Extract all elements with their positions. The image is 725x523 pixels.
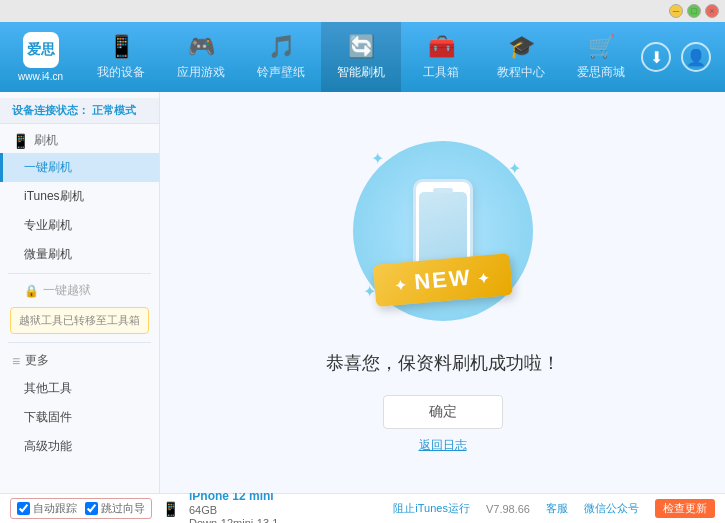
nav-tutorial-icon: 🎓 — [508, 34, 535, 60]
other-tools-label: 其他工具 — [24, 381, 72, 395]
maximize-button[interactable]: □ — [687, 4, 701, 18]
nav-toolbox-icon: 🧰 — [428, 34, 455, 60]
download-firmware-label: 下载固件 — [24, 410, 72, 424]
more-section-header: ≡ 更多 — [0, 347, 159, 374]
nav-smart-flash-label: 智能刷机 — [337, 64, 385, 81]
auto-track-input[interactable] — [17, 502, 30, 515]
version-label: V7.98.66 — [486, 503, 530, 515]
nav-my-device-icon: 📱 — [108, 34, 135, 60]
device-status: 设备连接状态： 正常模式 — [0, 98, 159, 124]
nav-ringtones-label: 铃声壁纸 — [257, 64, 305, 81]
device-storage: 64GB — [189, 504, 278, 516]
device-firmware: Down-12mini-13,1 — [189, 517, 278, 524]
footer: 自动跟踪 跳过向导 📱 iPhone 12 mini 64GB Down-12m… — [0, 493, 725, 523]
close-button[interactable]: × — [705, 4, 719, 18]
sidebar-pro-flash[interactable]: 专业刷机 — [0, 211, 159, 240]
auto-track-checkbox[interactable]: 自动跟踪 — [17, 501, 77, 516]
sidebar-save-flash[interactable]: 微量刷机 — [0, 240, 159, 269]
sparkle-1: ✦ — [371, 149, 384, 168]
logo-url: www.i4.cn — [18, 71, 63, 82]
sidebar-warning-box: 越狱工具已转移至工具箱 — [10, 307, 149, 334]
nav-store[interactable]: 🛒 爱思商城 — [561, 22, 641, 92]
nav-ringtones[interactable]: 🎵 铃声壁纸 — [241, 22, 321, 92]
nav-smart-flash[interactable]: 🔄 智能刷机 — [321, 22, 401, 92]
nav-my-device-label: 我的设备 — [97, 64, 145, 81]
stop-itunes-link[interactable]: 阻止iTunes运行 — [393, 501, 470, 516]
nav-bar: 📱 我的设备 🎮 应用游戏 🎵 铃声壁纸 🔄 智能刷机 🧰 工具箱 🎓 教程中心… — [81, 22, 641, 92]
sidebar-one-click-flash[interactable]: 一键刷机 — [0, 153, 159, 182]
user-button[interactable]: 👤 — [681, 42, 711, 72]
lock-icon: 🔒 — [24, 284, 39, 298]
sidebar-itunes-flash[interactable]: iTunes刷机 — [0, 182, 159, 211]
nav-apps-games-icon: 🎮 — [188, 34, 215, 60]
more-icon: ≡ — [12, 353, 20, 369]
sidebar-other-tools[interactable]: 其他工具 — [0, 374, 159, 403]
skip-wizard-label: 跳过向导 — [101, 501, 145, 516]
itunes-flash-label: iTunes刷机 — [24, 189, 84, 203]
wechat-link[interactable]: 微信公众号 — [584, 501, 639, 516]
main-area: 设备连接状态： 正常模式 📱 刷机 一键刷机 iTunes刷机 专业刷机 微量刷… — [0, 92, 725, 493]
status-label: 设备连接状态： — [12, 104, 89, 116]
sidebar: 设备连接状态： 正常模式 📱 刷机 一键刷机 iTunes刷机 专业刷机 微量刷… — [0, 92, 160, 493]
footer-device-info: 📱 — [162, 501, 179, 517]
title-bar: ─ □ × — [0, 0, 725, 22]
footer-right: 阻止iTunes运行 V7.98.66 客服 微信公众号 检查更新 — [393, 499, 715, 518]
pro-flash-label: 专业刷机 — [24, 218, 72, 232]
flash-section-label: 刷机 — [34, 132, 58, 149]
footer-checkbox-area: 自动跟踪 跳过向导 — [10, 498, 152, 519]
confirm-button[interactable]: 确定 — [383, 395, 503, 429]
update-button[interactable]: 检查更新 — [655, 499, 715, 518]
warning-text: 越狱工具已转移至工具箱 — [19, 314, 140, 326]
header: 爱思 www.i4.cn 📱 我的设备 🎮 应用游戏 🎵 铃声壁纸 🔄 智能刷机… — [0, 22, 725, 92]
save-flash-label: 微量刷机 — [24, 247, 72, 261]
nav-smart-flash-icon: 🔄 — [348, 34, 375, 60]
logo-icon-text: 爱思 — [27, 41, 55, 59]
download-button[interactable]: ⬇ — [641, 42, 671, 72]
nav-ringtones-icon: 🎵 — [268, 34, 295, 60]
footer-left: 自动跟踪 跳过向导 📱 iPhone 12 mini 64GB Down-12m… — [10, 489, 393, 524]
back-to-log-link[interactable]: 返回日志 — [419, 437, 467, 454]
nav-toolbox-label: 工具箱 — [423, 64, 459, 81]
sidebar-download-firmware[interactable]: 下载固件 — [0, 403, 159, 432]
sidebar-divider-1 — [8, 273, 151, 274]
section-flash: 📱 刷机 — [0, 128, 159, 153]
service-link[interactable]: 客服 — [546, 501, 568, 516]
nav-toolbox[interactable]: 🧰 工具箱 — [401, 22, 481, 92]
status-value: 正常模式 — [92, 104, 136, 116]
phone-illustration: ✦ ✦ ✦ NEW — [343, 131, 543, 331]
sidebar-divider-2 — [8, 342, 151, 343]
jailbreak-label: 一键越狱 — [43, 282, 91, 299]
skip-wizard-input[interactable] — [85, 502, 98, 515]
more-label: 更多 — [25, 352, 49, 369]
auto-track-label: 自动跟踪 — [33, 501, 77, 516]
footer-device-details: iPhone 12 mini 64GB Down-12mini-13,1 — [189, 489, 278, 524]
flash-section-icon: 📱 — [12, 133, 29, 149]
logo: 爱思 www.i4.cn — [0, 32, 81, 82]
one-click-flash-label: 一键刷机 — [24, 160, 72, 174]
phone-icon: 📱 — [162, 501, 179, 517]
nav-tutorial-label: 教程中心 — [497, 64, 545, 81]
success-message: 恭喜您，保资料刷机成功啦！ — [326, 351, 560, 375]
logo-icon: 爱思 — [23, 32, 59, 68]
nav-tutorial[interactable]: 🎓 教程中心 — [481, 22, 561, 92]
minimize-button[interactable]: ─ — [669, 4, 683, 18]
nav-store-icon: 🛒 — [588, 34, 615, 60]
nav-apps-games[interactable]: 🎮 应用游戏 — [161, 22, 241, 92]
nav-my-device[interactable]: 📱 我的设备 — [81, 22, 161, 92]
nav-right: ⬇ 👤 — [641, 42, 725, 72]
advanced-label: 高级功能 — [24, 439, 72, 453]
sidebar-jailbreak-disabled: 🔒 一键越狱 — [0, 278, 159, 303]
sidebar-advanced[interactable]: 高级功能 — [0, 432, 159, 461]
nav-apps-games-label: 应用游戏 — [177, 64, 225, 81]
sparkle-2: ✦ — [508, 159, 521, 178]
nav-store-label: 爱思商城 — [577, 64, 625, 81]
content-area: ✦ ✦ ✦ NEW 恭喜您，保资料刷机成功啦！ 确定 返回日志 — [160, 92, 725, 493]
phone-notch — [433, 188, 453, 193]
skip-wizard-checkbox[interactable]: 跳过向导 — [85, 501, 145, 516]
